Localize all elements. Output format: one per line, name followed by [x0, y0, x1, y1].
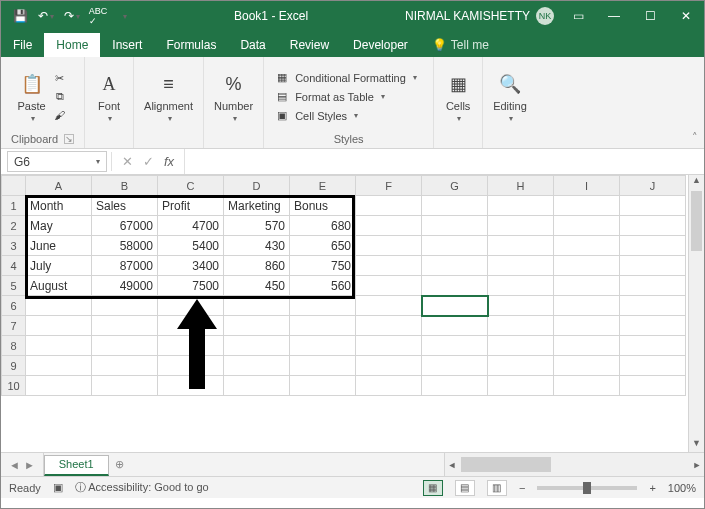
- alignment-button[interactable]: ≡ Alignment ▾: [144, 70, 193, 123]
- cell[interactable]: [356, 316, 422, 336]
- cell[interactable]: [224, 316, 290, 336]
- col-header[interactable]: G: [422, 176, 488, 196]
- cell[interactable]: 450: [224, 276, 290, 296]
- zoom-level[interactable]: 100%: [668, 482, 696, 494]
- cell[interactable]: [488, 236, 554, 256]
- tab-review[interactable]: Review: [278, 33, 341, 57]
- zoom-in-button[interactable]: +: [649, 482, 655, 494]
- cell[interactable]: 560: [290, 276, 356, 296]
- cell[interactable]: [356, 336, 422, 356]
- cell[interactable]: Month: [26, 196, 92, 216]
- format-painter-icon[interactable]: 🖌: [52, 107, 68, 123]
- cell[interactable]: [356, 236, 422, 256]
- cell[interactable]: [554, 376, 620, 396]
- zoom-slider[interactable]: [537, 486, 637, 490]
- cell[interactable]: [422, 376, 488, 396]
- cell[interactable]: [422, 336, 488, 356]
- cell[interactable]: 570: [224, 216, 290, 236]
- cell[interactable]: [92, 356, 158, 376]
- view-layout-button[interactable]: ▤: [455, 480, 475, 496]
- vertical-scrollbar[interactable]: ▲ ▼: [688, 175, 704, 452]
- cell[interactable]: [422, 256, 488, 276]
- col-header[interactable]: J: [620, 176, 686, 196]
- cell[interactable]: [554, 276, 620, 296]
- cell[interactable]: [620, 196, 686, 216]
- tab-home[interactable]: Home: [44, 33, 100, 57]
- cell[interactable]: [554, 236, 620, 256]
- format-as-table-button[interactable]: ▤Format as Table▾: [274, 89, 385, 105]
- cell[interactable]: [488, 296, 554, 316]
- copy-icon[interactable]: ⧉: [52, 89, 68, 105]
- cell[interactable]: [488, 376, 554, 396]
- cell[interactable]: [26, 356, 92, 376]
- cell[interactable]: [92, 376, 158, 396]
- cell[interactable]: [356, 256, 422, 276]
- cell[interactable]: [620, 376, 686, 396]
- cell[interactable]: [620, 336, 686, 356]
- fx-icon[interactable]: fx: [164, 154, 174, 169]
- cell[interactable]: [422, 296, 488, 316]
- accessibility-status[interactable]: ⓘ Accessibility: Good to go: [75, 480, 209, 495]
- cell[interactable]: 750: [290, 256, 356, 276]
- row-header[interactable]: 9: [2, 356, 26, 376]
- col-header[interactable]: C: [158, 176, 224, 196]
- cell[interactable]: [224, 376, 290, 396]
- cell[interactable]: [488, 276, 554, 296]
- cell[interactable]: [158, 336, 224, 356]
- scroll-left-icon[interactable]: ◄: [445, 460, 459, 470]
- cell[interactable]: [620, 256, 686, 276]
- cell[interactable]: [620, 296, 686, 316]
- cell[interactable]: [26, 316, 92, 336]
- cell[interactable]: [158, 296, 224, 316]
- cell[interactable]: [488, 316, 554, 336]
- row-header[interactable]: 6: [2, 296, 26, 316]
- tab-insert[interactable]: Insert: [100, 33, 154, 57]
- minimize-button[interactable]: —: [596, 1, 632, 31]
- row-header[interactable]: 8: [2, 336, 26, 356]
- clipboard-launcher[interactable]: ↘: [64, 134, 74, 144]
- cell[interactable]: [422, 236, 488, 256]
- cell[interactable]: 430: [224, 236, 290, 256]
- row-header[interactable]: 2: [2, 216, 26, 236]
- cell[interactable]: [356, 216, 422, 236]
- cell[interactable]: [554, 256, 620, 276]
- cell[interactable]: 49000: [92, 276, 158, 296]
- row-header[interactable]: 4: [2, 256, 26, 276]
- cell[interactable]: [356, 276, 422, 296]
- macro-record-icon[interactable]: ▣: [53, 481, 63, 494]
- cell[interactable]: 7500: [158, 276, 224, 296]
- formula-bar[interactable]: [184, 149, 704, 174]
- paste-button[interactable]: 📋 Paste ▾: [17, 70, 45, 123]
- cell[interactable]: Marketing: [224, 196, 290, 216]
- cell[interactable]: [224, 336, 290, 356]
- cell[interactable]: [290, 336, 356, 356]
- cell[interactable]: [158, 316, 224, 336]
- row-header[interactable]: 3: [2, 236, 26, 256]
- cell[interactable]: [92, 316, 158, 336]
- cell[interactable]: Profit: [158, 196, 224, 216]
- cell[interactable]: [26, 336, 92, 356]
- redo-button[interactable]: ↷▾: [61, 5, 83, 27]
- cell-styles-button[interactable]: ▣Cell Styles▾: [274, 108, 358, 124]
- cell[interactable]: 860: [224, 256, 290, 276]
- scroll-thumb[interactable]: [691, 191, 702, 251]
- cell[interactable]: [554, 216, 620, 236]
- cell[interactable]: Bonus: [290, 196, 356, 216]
- cell[interactable]: [488, 216, 554, 236]
- sheet-nav[interactable]: ◄►: [1, 453, 44, 476]
- maximize-button[interactable]: ☐: [632, 1, 668, 31]
- ribbon-options-button[interactable]: ▭: [560, 1, 596, 31]
- cell[interactable]: [224, 296, 290, 316]
- cell[interactable]: [92, 336, 158, 356]
- tab-developer[interactable]: Developer: [341, 33, 420, 57]
- undo-button[interactable]: ↶▾: [35, 5, 57, 27]
- cell[interactable]: [488, 356, 554, 376]
- cell[interactable]: [554, 316, 620, 336]
- cell[interactable]: [356, 356, 422, 376]
- number-button[interactable]: % Number ▾: [214, 70, 253, 123]
- select-all-corner[interactable]: [2, 176, 26, 196]
- cell[interactable]: [620, 216, 686, 236]
- cell[interactable]: [620, 236, 686, 256]
- cell[interactable]: [422, 316, 488, 336]
- cell[interactable]: [422, 216, 488, 236]
